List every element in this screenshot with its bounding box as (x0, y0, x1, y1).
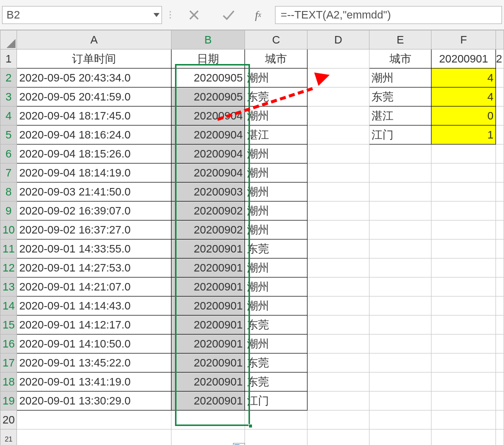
cell-partial[interactable] (496, 258, 504, 278)
autofill-options-icon[interactable] (233, 443, 245, 445)
cell-partial[interactable] (496, 278, 504, 296)
cell-E16[interactable] (369, 334, 431, 354)
cell[interactable] (496, 430, 504, 446)
cell[interactable] (369, 430, 431, 446)
cell-D6[interactable] (307, 144, 369, 164)
col-header-B[interactable]: B (171, 30, 245, 50)
cell-F17[interactable] (432, 354, 496, 372)
cell-F3[interactable]: 4 (432, 88, 496, 106)
cell-E15[interactable] (369, 316, 431, 334)
cell-D4[interactable] (307, 106, 369, 126)
cell-B8[interactable]: 20200903 (171, 182, 245, 202)
cell[interactable] (432, 430, 496, 446)
cell-B6[interactable]: 20200904 (171, 144, 245, 164)
select-all-corner[interactable] (0, 30, 17, 50)
cell-F5[interactable]: 1 (432, 126, 496, 144)
row-header[interactable]: 3 (0, 88, 17, 106)
cell-D10[interactable] (307, 220, 369, 240)
cell-partial[interactable] (496, 126, 504, 144)
cell-E2[interactable]: 潮州 (369, 68, 431, 88)
cell-E11[interactable] (369, 240, 431, 258)
cell-A18[interactable]: 2020-09-01 13:41:19.0 (17, 372, 171, 392)
cell-C18[interactable]: 东莞 (245, 372, 307, 392)
cell-D17[interactable] (307, 354, 369, 372)
cell-F16[interactable] (432, 334, 496, 354)
cell-partial[interactable] (496, 144, 504, 164)
cell-E10[interactable] (369, 220, 431, 240)
col-header-A[interactable]: A (17, 30, 171, 50)
cell-C15[interactable]: 东莞 (245, 316, 307, 334)
row-header[interactable]: 18 (0, 372, 17, 392)
col-header-C[interactable]: C (245, 30, 307, 50)
cell-F6[interactable] (432, 144, 496, 164)
cell-A2[interactable]: 2020-09-05 20:43:34.0 (17, 68, 171, 88)
col-header-partial[interactable] (496, 30, 504, 50)
cell-partial[interactable] (496, 220, 504, 240)
cell-E8[interactable] (369, 182, 431, 202)
cell[interactable] (245, 430, 307, 446)
cell-C16[interactable]: 潮州 (245, 334, 307, 354)
row-header[interactable]: 12 (0, 258, 17, 278)
cell-B2[interactable]: 20200905 (171, 68, 245, 88)
cell-E5[interactable]: 江门 (369, 126, 431, 144)
cell-A10[interactable]: 2020-09-02 16:37:27.0 (17, 220, 171, 240)
cell-D12[interactable] (307, 258, 369, 278)
formula-input[interactable]: =--TEXT(A2,"emmdd") (275, 6, 502, 24)
cell-C12[interactable]: 潮州 (245, 258, 307, 278)
cell-F7[interactable] (432, 164, 496, 182)
cell-B13[interactable]: 20200901 (171, 278, 245, 296)
cell-partial[interactable] (496, 88, 504, 106)
cell-partial[interactable] (496, 316, 504, 334)
cell-partial[interactable] (496, 68, 504, 88)
cell-F14[interactable] (432, 296, 496, 316)
cell-E6[interactable] (369, 144, 431, 164)
cell[interactable] (17, 410, 171, 430)
cell[interactable] (307, 430, 369, 446)
cell-C10[interactable]: 潮州 (245, 220, 307, 240)
cell-C6[interactable]: 潮州 (245, 144, 307, 164)
cell-F11[interactable] (432, 240, 496, 258)
row-header[interactable]: 16 (0, 334, 17, 354)
cell-D19[interactable] (307, 392, 369, 410)
col-header-E[interactable]: E (369, 30, 431, 50)
cell-A16[interactable]: 2020-09-01 14:10:50.0 (17, 334, 171, 354)
cell-partial[interactable] (496, 240, 504, 258)
col-header-F[interactable]: F (432, 30, 496, 50)
cell-C11[interactable]: 东莞 (245, 240, 307, 258)
cell-E13[interactable] (369, 278, 431, 296)
cell-A8[interactable]: 2020-09-03 21:41:50.0 (17, 182, 171, 202)
cell[interactable] (496, 410, 504, 430)
cell-A3[interactable]: 2020-09-05 20:41:59.0 (17, 88, 171, 106)
cell-D15[interactable] (307, 316, 369, 334)
row-header[interactable]: 2 (0, 68, 17, 88)
row-header[interactable]: 1 (0, 50, 17, 68)
row-header[interactable]: 13 (0, 278, 17, 296)
cell-C4[interactable]: 潮州 (245, 106, 307, 126)
name-box[interactable]: B2 (2, 6, 162, 24)
splitter-grip-icon[interactable] (167, 11, 173, 18)
row-header[interactable]: 19 (0, 392, 17, 410)
cell-A1[interactable]: 订单时间 (17, 50, 171, 68)
cell-A13[interactable]: 2020-09-01 14:21:07.0 (17, 278, 171, 296)
fill-handle[interactable] (248, 424, 252, 428)
cell-F2[interactable]: 4 (432, 68, 496, 88)
cell-D16[interactable] (307, 334, 369, 354)
cell-B18[interactable]: 20200901 (171, 372, 245, 392)
row-header[interactable]: 17 (0, 354, 17, 372)
cell-C5[interactable]: 湛江 (245, 126, 307, 144)
cell[interactable] (17, 430, 171, 446)
cell-partial-G1[interactable]: 2 (496, 50, 504, 68)
cell-F15[interactable] (432, 316, 496, 334)
cell-partial[interactable] (496, 392, 504, 410)
cell-E19[interactable] (369, 392, 431, 410)
cell-A7[interactable]: 2020-09-04 18:14:19.0 (17, 164, 171, 182)
cell-B14[interactable]: 20200901 (171, 296, 245, 316)
cell-B7[interactable]: 20200904 (171, 164, 245, 182)
row-header[interactable]: 6 (0, 144, 17, 164)
cell-F18[interactable] (432, 372, 496, 392)
cell[interactable] (432, 410, 496, 430)
cell-B17[interactable]: 20200901 (171, 354, 245, 372)
cell[interactable] (369, 410, 431, 430)
cell-A12[interactable]: 2020-09-01 14:27:53.0 (17, 258, 171, 278)
cell-E17[interactable] (369, 354, 431, 372)
